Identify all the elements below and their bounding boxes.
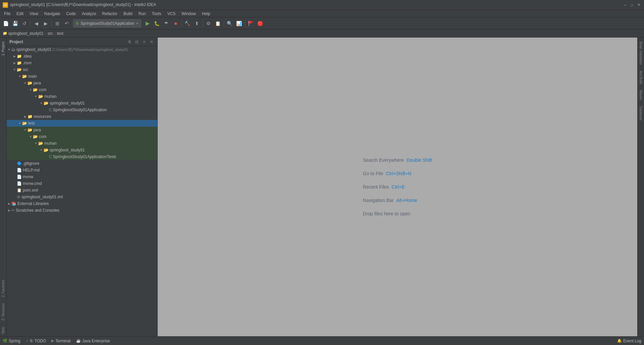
panel-layout-btn[interactable]: ⊟ bbox=[134, 39, 140, 45]
tree-mvn[interactable]: ▶ 📁 .mvn bbox=[7, 60, 157, 66]
search-btn[interactable]: 🔍 bbox=[225, 19, 234, 28]
settings-btn[interactable]: ⚙ bbox=[204, 19, 213, 28]
status-event-log[interactable]: 🔔 Event Log bbox=[617, 339, 641, 343]
tree-main-class[interactable]: ▶ C SpringbootStudy01Application bbox=[7, 107, 157, 113]
run-btn[interactable]: ▶ bbox=[143, 19, 152, 28]
tree-mainclass-label: SpringbootStudy01Application bbox=[53, 108, 107, 112]
sidebar-item-web[interactable]: Web bbox=[0, 324, 6, 336]
tree-testmuhan-label: muhan bbox=[44, 141, 57, 146]
run-with-coverage-btn[interactable]: ☂ bbox=[162, 19, 171, 28]
breadcrumb-bar: 📁 springboot_study01 › src › test bbox=[0, 29, 644, 38]
menu-navigate[interactable]: Navigate bbox=[42, 11, 63, 17]
breadcrumb-test[interactable]: test bbox=[57, 31, 63, 36]
menu-vcs[interactable]: VCS bbox=[165, 11, 178, 17]
menu-tools[interactable]: Tools bbox=[149, 11, 164, 17]
menu-help[interactable]: Help bbox=[199, 11, 213, 17]
panel-close-btn[interactable]: ✕ bbox=[149, 39, 155, 45]
menu-build[interactable]: Build bbox=[121, 11, 135, 17]
menu-window[interactable]: Window bbox=[179, 11, 199, 17]
toolbar-unknown2[interactable]: 📋 bbox=[214, 19, 222, 28]
status-javaent-label: Java Enterprise bbox=[82, 339, 110, 343]
sidebar-item-favorites[interactable]: 2: Favorites bbox=[0, 277, 6, 300]
tree-src[interactable]: ▼ 📂 src bbox=[7, 66, 157, 73]
status-terminal[interactable]: ▶ Terminal bbox=[51, 339, 70, 343]
minimize-button[interactable]: ─ bbox=[623, 2, 628, 8]
panel-gear-btn[interactable]: ⚙ bbox=[126, 39, 132, 45]
tree-idea-label: .idea bbox=[23, 54, 32, 59]
toolbar-undo-btn[interactable]: ↶ bbox=[62, 19, 71, 28]
tree-iml[interactable]: ▶ ⚙ springboot_study01.iml bbox=[7, 194, 157, 200]
breadcrumb-src[interactable]: src bbox=[48, 31, 53, 36]
menu-view[interactable]: View bbox=[27, 11, 41, 17]
tree-test-label: test bbox=[28, 121, 35, 126]
debug-btn[interactable]: 🐛 bbox=[153, 19, 161, 28]
tree-scratches[interactable]: ▶ ✏ Scratches and Consoles bbox=[7, 207, 157, 214]
tree-test-pkg[interactable]: ▼ 📂 springboot_study01 bbox=[7, 147, 157, 153]
tree-root[interactable]: ▼ 🗂 springboot_study01 C:\Users\用户\Downl… bbox=[7, 46, 157, 53]
right-tab-bean-validation[interactable]: Bean Validation bbox=[638, 39, 644, 67]
tree-pom[interactable]: ▶ 📋 pom.xml bbox=[7, 187, 157, 194]
tree-mvnw[interactable]: ▶ 📄 mvnw bbox=[7, 174, 157, 180]
menu-run[interactable]: Run bbox=[136, 11, 149, 17]
tree-helpmd[interactable]: ▶ 📄 HELP.md bbox=[7, 167, 157, 174]
status-todo[interactable]: ✓ 6: TODO bbox=[26, 339, 46, 343]
breadcrumb-project[interactable]: 📁 springboot_study01 bbox=[3, 31, 44, 36]
plugin-btn-2[interactable]: 🔴 bbox=[256, 19, 265, 28]
menu-file[interactable]: File bbox=[1, 11, 13, 17]
toolbar-view-btn[interactable]: ⊞ bbox=[53, 19, 62, 28]
tree-gitignore[interactable]: ▶ 🔷 .gitignore bbox=[7, 160, 157, 167]
tree-mvnwcmd[interactable]: ▶ 📄 mvnw.cmd bbox=[7, 180, 157, 187]
right-side-tabs: Bean Validation Ant Build Maven Database bbox=[637, 38, 644, 336]
toolbar-back-btn[interactable]: ◀ bbox=[32, 19, 41, 28]
terminal-icon: ▶ bbox=[51, 339, 54, 343]
right-tab-database[interactable]: Database bbox=[638, 104, 644, 123]
tree-resources[interactable]: ▶ 📁 resources bbox=[7, 113, 157, 120]
tree-testjava-arrow: ▼ bbox=[23, 128, 28, 132]
stop-btn[interactable]: ■ bbox=[171, 19, 180, 28]
test-pkg-folder-icon: 📂 bbox=[44, 148, 49, 152]
toolbar-save-btn[interactable]: 💾 bbox=[11, 19, 19, 28]
run-config-arrow: ▼ bbox=[136, 22, 139, 25]
hint-navbar-text: Navigation Bar bbox=[363, 198, 394, 203]
toolbar-new-file-btn[interactable]: 📄 bbox=[1, 19, 10, 28]
sidebar-item-project[interactable]: 1: Project bbox=[0, 39, 6, 58]
status-java-enterprise[interactable]: ☕ Java Enterprise bbox=[76, 339, 110, 343]
src-folder-icon: 📂 bbox=[17, 67, 22, 72]
tree-extlibs[interactable]: ▶ 📚 External Libraries bbox=[7, 200, 157, 207]
menu-code[interactable]: Code bbox=[63, 11, 78, 17]
menu-analyze[interactable]: Analyze bbox=[79, 11, 99, 17]
toolbar-sep-6 bbox=[245, 20, 245, 27]
tree-test[interactable]: ▼ 📂 test bbox=[7, 120, 157, 127]
tree-java[interactable]: ▼ 📂 java bbox=[7, 80, 157, 86]
run-config-selector[interactable]: ⚙ SpringbootStudy01Application ▼ bbox=[73, 19, 141, 27]
project-icon: 🗂 bbox=[11, 47, 15, 52]
test-class-icon: C bbox=[49, 154, 52, 159]
panel-settings-btn[interactable]: ≡ bbox=[141, 39, 147, 45]
status-spring[interactable]: 🌿 Spring bbox=[3, 339, 20, 343]
tree-idea[interactable]: ▶ 📁 .idea bbox=[7, 53, 157, 60]
tree-pkg[interactable]: ▼ 📂 springboot_study01 bbox=[7, 100, 157, 107]
menu-refactor[interactable]: Refactor bbox=[100, 11, 120, 17]
right-tab-ant-build[interactable]: Ant Build bbox=[638, 68, 644, 87]
tree-test-muhan[interactable]: ▼ 📂 muhan bbox=[7, 140, 157, 147]
toolbar-unknown3[interactable]: 📊 bbox=[235, 19, 244, 28]
sidebar-item-structure[interactable]: Z: Structure bbox=[0, 300, 6, 323]
status-eventlog-label: Event Log bbox=[623, 339, 641, 343]
close-button[interactable]: ✕ bbox=[636, 2, 641, 8]
toolbar-forward-btn[interactable]: ▶ bbox=[41, 19, 50, 28]
build-btn[interactable]: 🔨 bbox=[183, 19, 192, 28]
hint-goto: Go to File Ctrl+Shift+N bbox=[363, 171, 432, 176]
tree-test-java[interactable]: ▼ 📂 java bbox=[7, 127, 157, 133]
tree-test-com[interactable]: ▼ 📂 com bbox=[7, 133, 157, 140]
toolbar-unknown1[interactable]: ⬆ bbox=[193, 19, 201, 28]
tree-muhan[interactable]: ▼ 📂 muhan bbox=[7, 93, 157, 100]
menu-edit[interactable]: Edit bbox=[14, 11, 26, 17]
right-tab-maven[interactable]: Maven bbox=[638, 87, 644, 103]
maximize-button[interactable]: □ bbox=[629, 2, 635, 8]
tree-com[interactable]: ▼ 📂 com bbox=[7, 86, 157, 93]
tree-main[interactable]: ▼ 📂 main bbox=[7, 73, 157, 80]
toolbar-refresh-btn[interactable]: ↺ bbox=[20, 19, 29, 28]
tree-com-arrow: ▼ bbox=[28, 87, 33, 92]
plugin-btn-1[interactable]: 🚩 bbox=[247, 19, 255, 28]
tree-test-class[interactable]: ▶ C SpringbootStudy01ApplicationTests bbox=[7, 153, 157, 160]
